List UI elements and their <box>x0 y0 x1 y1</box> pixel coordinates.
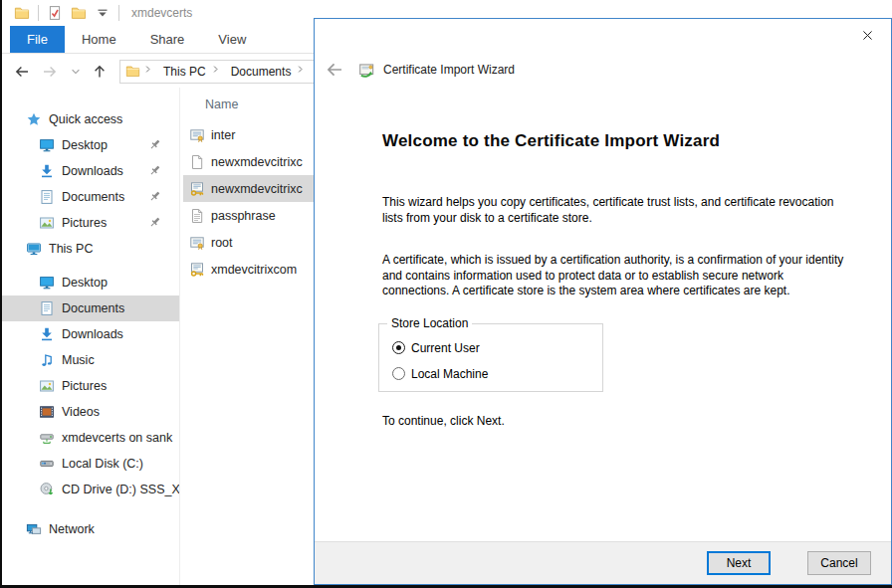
continue-hint: To continue, click Next. <box>382 414 863 428</box>
wizard-intro-text: This wizard helps you copy certificates,… <box>382 195 863 226</box>
dialog-footer: Next Cancel <box>315 541 891 584</box>
sidebar-item-label: xmdevcerts on sank <box>62 431 172 445</box>
back-button[interactable] <box>14 64 30 80</box>
sidebar-item-label: Music <box>62 353 95 367</box>
monitor-icon <box>26 241 42 257</box>
sidebar-item-label: Desktop <box>62 276 108 290</box>
sidebar-item-label: Downloads <box>62 327 123 341</box>
recent-locations-chevron-icon[interactable] <box>70 66 82 78</box>
quick-access-toolbar <box>2 5 123 21</box>
sidebar-item-videos[interactable]: Videos <box>2 399 179 425</box>
sidebar-item-label: Downloads <box>62 164 123 178</box>
tab-view[interactable]: View <box>201 26 263 53</box>
close-button[interactable] <box>853 23 881 47</box>
sidebar-item-desktop[interactable]: Desktop <box>2 270 179 295</box>
tab-home[interactable]: Home <box>65 26 133 53</box>
store-location-options: Current UserLocal Machine <box>392 341 602 381</box>
pin-icon <box>147 137 162 152</box>
qat-caret-icon[interactable] <box>95 5 111 21</box>
folder-icon <box>125 64 140 79</box>
screen: xmdevcerts FileHomeShareView This PCDocu… <box>0 0 892 588</box>
sidebar-item-label: Desktop <box>62 138 108 152</box>
certificate-wizard-icon <box>358 61 376 79</box>
file-item-label: newxmdevcitrixc <box>211 182 303 196</box>
sidebar-item-label: Quick access <box>49 112 122 126</box>
dialog-content: Welcome to the Certificate Import Wizard… <box>315 131 891 428</box>
cert-icon <box>189 235 205 251</box>
desktop-icon <box>39 275 55 291</box>
file-item-label: inter <box>211 128 235 142</box>
documents-icon <box>39 300 55 316</box>
sidebar-item-pictures[interactable]: Pictures <box>2 373 179 399</box>
crumb-chevron-icon[interactable] <box>295 64 310 79</box>
radio-option-local-machine[interactable]: Local Machine <box>392 367 602 381</box>
sidebar-divider <box>179 88 180 585</box>
sidebar-item-downloads[interactable]: Downloads <box>2 158 179 184</box>
forward-button[interactable] <box>42 64 58 80</box>
breadcrumb-this-pc[interactable]: This PC <box>159 65 210 79</box>
certificate-import-wizard-dialog: Certificate Import Wizard Welcome to the… <box>314 18 892 585</box>
sidebar-item-documents[interactable]: Documents <box>2 295 179 321</box>
network-icon <box>26 521 42 537</box>
sidebar-item-label: CD Drive (D:) SSS_X0 <box>62 483 179 496</box>
wizard-back-icon[interactable] <box>326 61 343 79</box>
wizard-description-text: A certificate, which is issued by a cert… <box>382 253 863 299</box>
radio-option-current-user[interactable]: Current User <box>392 341 602 355</box>
radio-local-machine[interactable] <box>392 367 405 380</box>
desktop-icon <box>39 137 55 153</box>
file-text-icon <box>189 208 205 224</box>
cancel-button[interactable]: Cancel <box>807 551 871 575</box>
net-drive-icon <box>39 430 55 446</box>
folder-icon[interactable] <box>14 5 30 21</box>
pictures-icon <box>39 215 55 231</box>
cert-key-icon <box>189 262 205 278</box>
next-button[interactable]: Next <box>707 551 771 575</box>
radio-label: Local Machine <box>411 367 488 381</box>
sidebar-item-xmdevcerts-on-sank[interactable]: xmdevcerts on sank <box>2 425 179 451</box>
sidebar-item-label: This PC <box>49 242 93 256</box>
qat-separator <box>38 5 39 21</box>
file-blank-icon <box>189 154 205 170</box>
sidebar-item-music[interactable]: Music <box>2 347 179 373</box>
window-title: xmdevcerts <box>131 6 192 20</box>
properties-icon[interactable] <box>47 5 63 21</box>
documents-icon <box>39 189 55 205</box>
up-button[interactable] <box>92 64 108 80</box>
pin-icon <box>147 189 162 204</box>
sidebar-item-label: Local Disk (C:) <box>62 457 143 471</box>
file-item-label: root <box>211 236 233 250</box>
sidebar-item-local-disk-c[interactable]: Local Disk (C:) <box>2 451 179 477</box>
cert-icon <box>189 127 205 143</box>
crumb-chevron-icon[interactable] <box>210 64 225 79</box>
sidebar-item-pictures[interactable]: Pictures <box>2 210 179 236</box>
tab-share[interactable]: Share <box>133 26 202 53</box>
navigation-pane: Quick accessDesktopDownloadsDocumentsPic… <box>2 95 179 585</box>
videos-icon <box>39 404 55 420</box>
wizard-heading: Welcome to the Certificate Import Wizard <box>382 131 863 151</box>
store-location-groupbox: Store Location Current UserLocal Machine <box>378 323 603 392</box>
sidebar-item-label: Documents <box>62 190 124 204</box>
sidebar-item-label: Pictures <box>62 216 107 230</box>
cd-icon <box>39 482 55 497</box>
crumb-chevron-icon[interactable] <box>142 64 157 79</box>
file-item-label: newxmdevcitrixc <box>211 155 303 169</box>
sidebar-item-this-pc[interactable]: This PC <box>2 236 179 262</box>
sidebar-item-quick-access[interactable]: Quick access <box>2 106 179 132</box>
sidebar-item-documents[interactable]: Documents <box>2 184 179 210</box>
sidebar-item-downloads[interactable]: Downloads <box>2 321 179 347</box>
radio-current-user-selected[interactable] <box>392 341 405 354</box>
disk-icon <box>39 456 55 472</box>
sidebar-item-network[interactable]: Network <box>2 516 179 542</box>
star-icon <box>26 111 42 127</box>
sidebar-item-cd-drive-d-sss-x0[interactable]: CD Drive (D:) SSS_X0 <box>2 477 179 502</box>
cert-key-icon <box>189 181 205 197</box>
sidebar-item-label: Network <box>49 522 95 536</box>
new-folder-icon[interactable] <box>71 5 87 21</box>
sidebar-item-desktop[interactable]: Desktop <box>2 132 179 158</box>
store-location-label: Store Location <box>387 316 472 330</box>
breadcrumb-documents[interactable]: Documents <box>227 65 296 79</box>
tab-file[interactable]: File <box>10 26 65 53</box>
pictures-icon <box>39 378 55 394</box>
downloads-icon <box>39 163 55 179</box>
pin-icon <box>147 215 162 230</box>
